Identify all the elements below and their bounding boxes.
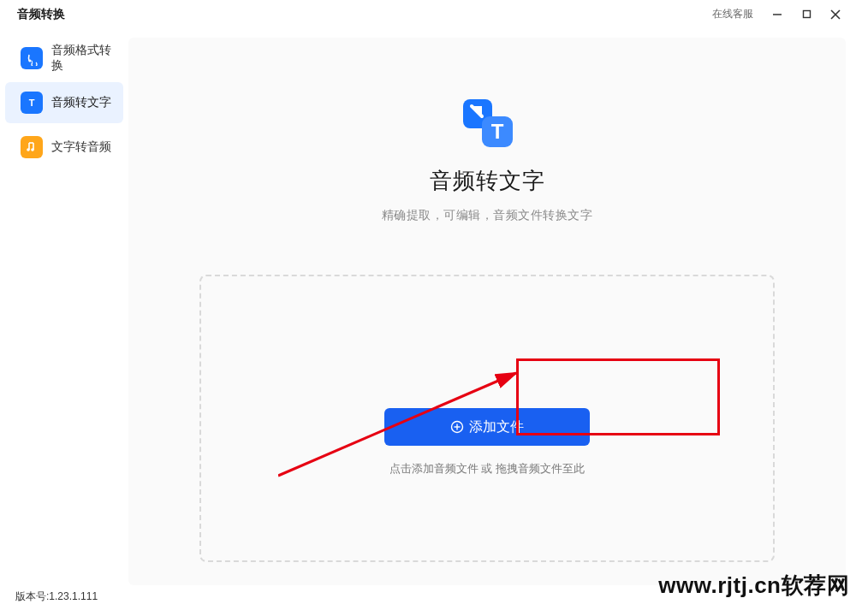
minimize-icon <box>772 9 782 20</box>
add-file-button[interactable]: 添加文件 <box>384 408 590 446</box>
online-service-link[interactable]: 在线客服 <box>712 7 753 21</box>
content: 音频格式转换 T 音频转文字 文字转音频 T <box>0 29 856 616</box>
version-label: 版本号:1.23.1.111 <box>15 589 98 604</box>
add-file-label: 添加文件 <box>469 418 524 436</box>
sidebar-item-label: 音频格式转换 <box>51 43 113 74</box>
svg-point-10 <box>27 148 30 151</box>
app-title: 音频转换 <box>17 7 65 22</box>
drop-hint: 点击添加音频文件 或 拖拽音频文件至此 <box>389 461 585 477</box>
hero-icon: T <box>461 99 513 151</box>
sidebar-item-label: 音频转文字 <box>51 95 111 110</box>
svg-rect-1 <box>803 11 810 18</box>
hero-subtitle: 精确提取，可编辑，音频文件转换文字 <box>382 208 593 223</box>
close-icon <box>830 9 841 20</box>
titlebar: 音频转换 在线客服 <box>0 0 856 29</box>
maximize-icon <box>802 9 811 19</box>
close-button[interactable] <box>825 4 846 25</box>
sidebar: 音频格式转换 T 音频转文字 文字转音频 <box>0 29 128 616</box>
sidebar-item-label: 文字转音频 <box>51 139 111 155</box>
audio-to-text-icon: T <box>21 92 43 114</box>
svg-rect-4 <box>26 52 38 64</box>
hero-title: 音频转文字 <box>430 166 545 196</box>
file-dropzone[interactable]: 添加文件 点击添加音频文件 或 拖拽音频文件至此 <box>199 275 775 562</box>
minimize-button[interactable] <box>767 4 788 25</box>
text-to-audio-icon <box>21 136 43 158</box>
audio-convert-icon <box>21 47 43 69</box>
svg-point-5 <box>28 59 31 62</box>
sidebar-item-audio-to-text[interactable]: T 音频转文字 <box>5 82 123 123</box>
svg-text:T: T <box>29 98 35 108</box>
titlebar-controls: 在线客服 <box>712 4 846 25</box>
sidebar-item-audio-format-convert[interactable]: 音频格式转换 <box>5 38 123 79</box>
watermark: www.rjtj.cn软荐网 <box>658 571 849 601</box>
main-panel: T 音频转文字 精确提取，可编辑，音频文件转换文字 添加文件 点击添加音频文件 … <box>128 38 846 585</box>
maximize-button[interactable] <box>796 4 817 25</box>
svg-text:T: T <box>491 120 504 143</box>
sidebar-item-text-to-audio[interactable]: 文字转音频 <box>5 127 123 168</box>
svg-point-11 <box>31 148 34 151</box>
main: T 音频转文字 精确提取，可编辑，音频文件转换文字 添加文件 点击添加音频文件 … <box>128 29 856 616</box>
plus-circle-icon <box>450 420 464 434</box>
